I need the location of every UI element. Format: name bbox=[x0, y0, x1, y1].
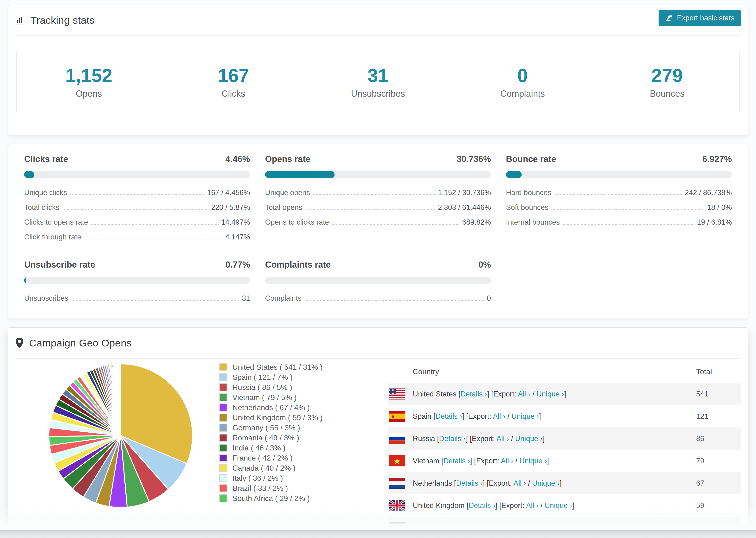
stat-cell-complaints: 0Complaints bbox=[450, 51, 595, 113]
export-all-link[interactable]: All › bbox=[518, 390, 530, 398]
dotted-leader bbox=[72, 300, 239, 301]
table-row: Spain [Details ›] [Export: All › / Uniqu… bbox=[388, 405, 741, 427]
dotted-leader bbox=[306, 209, 435, 210]
clicks-rate-title: Clicks rate bbox=[24, 154, 68, 164]
export-unique-link[interactable]: Unique › bbox=[532, 479, 560, 487]
country-cell: Netherlands [Details ›] [Export: All › /… bbox=[413, 479, 696, 488]
rate-detail-label: Total clicks bbox=[24, 203, 59, 212]
campaign-geo-opens-card: Campaign Geo Opens United States ( 541 /… bbox=[8, 327, 748, 528]
legend-swatch-icon bbox=[219, 404, 227, 411]
legend-swatch-icon bbox=[219, 413, 227, 422]
country-name: United States bbox=[413, 390, 459, 398]
clicks-rate-progress-bar bbox=[24, 171, 250, 178]
rate-detail-row: Complaints0 bbox=[265, 294, 491, 302]
country-name: United Kingdom bbox=[413, 501, 466, 510]
details-link[interactable]: Details › bbox=[460, 390, 487, 398]
rate-detail-row: Unique opens1,152 / 30.736% bbox=[265, 188, 491, 197]
country-name: Vietnam bbox=[413, 457, 441, 465]
dotted-leader bbox=[332, 224, 459, 225]
rate-detail-value: 167 / 4.456% bbox=[207, 188, 250, 197]
campaign-geo-opens-title: Campaign Geo Opens bbox=[29, 337, 132, 349]
details-link[interactable]: Details › bbox=[439, 435, 466, 443]
legend-item: Brazil ( 33 / 2% ) bbox=[219, 484, 323, 492]
total-cell: 55 bbox=[696, 524, 741, 528]
legend-swatch-icon bbox=[219, 494, 227, 502]
total-cell: 79 bbox=[696, 457, 741, 465]
rate-detail-value: 1,152 / 30.736% bbox=[438, 188, 491, 197]
details-link[interactable]: Details › bbox=[469, 501, 495, 510]
legend-item: United States ( 541 / 31% ) bbox=[219, 363, 323, 371]
country-cell: Vietnam [Details ›] [Export: All › / Uni… bbox=[413, 457, 696, 465]
details-link[interactable]: Details › bbox=[456, 479, 483, 487]
country-cell: United States [Details ›] [Export: All ›… bbox=[413, 390, 696, 398]
clicks-rate-percent: 4.46% bbox=[225, 154, 250, 164]
rate-detail-label: Total opens bbox=[265, 203, 302, 212]
dotted-leader bbox=[305, 300, 484, 301]
geo-opens-table: Country Total United States [Details ›] … bbox=[388, 360, 741, 528]
complaints-rate-block: Complaints rate0%Complaints0 bbox=[265, 260, 491, 309]
stat-value: 167 bbox=[218, 65, 249, 86]
nl-flag-icon bbox=[389, 478, 405, 489]
total-cell: 121 bbox=[696, 412, 741, 421]
export-unique-link[interactable]: Unique › bbox=[512, 412, 539, 420]
country-cell: Spain [Details ›] [Export: All › / Uniqu… bbox=[413, 412, 696, 421]
bounce-rate-block: Bounce rate6.927%Hard bounces242 / 86.73… bbox=[506, 154, 732, 248]
legend-swatch-icon bbox=[219, 444, 227, 452]
complaints-rate-progress-bar bbox=[265, 277, 491, 284]
export-all-link[interactable]: All › bbox=[501, 457, 513, 465]
details-link[interactable]: Details › bbox=[436, 412, 462, 420]
stat-cell-bounces: 279Bounces bbox=[595, 51, 739, 113]
rate-detail-label: Clicks to opens rate bbox=[24, 218, 88, 227]
bounce-rate-progress-fill bbox=[506, 171, 522, 178]
rate-detail-value: 4.147% bbox=[225, 233, 250, 241]
export-all-link[interactable]: All › bbox=[526, 501, 538, 510]
bar-chart-icon bbox=[15, 15, 26, 26]
rates-card: Clicks rate4.46%Unique clicks167 / 4.456… bbox=[8, 144, 748, 319]
legend-label: Spain ( 121 / 7% ) bbox=[233, 373, 293, 382]
legend-label: Russia ( 86 / 5% ) bbox=[233, 383, 292, 392]
legend-swatch-icon bbox=[219, 363, 227, 371]
rate-detail-row: Opens to clicks rate689.82% bbox=[265, 218, 491, 227]
total-cell: 67 bbox=[696, 479, 741, 488]
opens-rate-block: Opens rate30.736%Unique opens1,152 / 30.… bbox=[265, 154, 491, 248]
details-link[interactable]: Details › bbox=[447, 524, 473, 528]
legend-item: France ( 42 / 2% ) bbox=[219, 454, 323, 462]
geo-table-header: Country Total bbox=[388, 360, 741, 383]
export-icon bbox=[665, 14, 673, 22]
export-unique-link[interactable]: Unique › bbox=[545, 501, 572, 510]
rate-detail-label: Soft bounces bbox=[506, 203, 549, 212]
export-basic-stats-button[interactable]: Export basic stats bbox=[659, 10, 741, 26]
rate-detail-value: 0 bbox=[487, 294, 491, 302]
stat-value: 31 bbox=[368, 65, 389, 86]
export-unique-link[interactable]: Unique › bbox=[536, 390, 564, 398]
export-unique-link[interactable]: Unique › bbox=[519, 457, 547, 465]
legend-item: India ( 46 / 3% ) bbox=[219, 444, 323, 452]
country-name: Netherlands bbox=[413, 479, 454, 487]
stat-label: Unsubscribes bbox=[351, 89, 405, 99]
tracking-stats-card: Tracking stats Export basic stats 1,152O… bbox=[8, 5, 748, 135]
export-all-link[interactable]: All › bbox=[497, 435, 509, 443]
us-flag-icon bbox=[389, 389, 405, 400]
ru-flag-icon bbox=[389, 433, 405, 444]
stat-cell-opens: 1,152Opens bbox=[17, 51, 161, 113]
export-all-link[interactable]: All › bbox=[493, 412, 505, 420]
bottom-scroll-band bbox=[0, 530, 756, 538]
country-cell: Russia [Details ›] [Export: All › / Uniq… bbox=[413, 435, 696, 443]
export-unique-link[interactable]: Unique › bbox=[523, 524, 550, 528]
bounce-rate-progress-bar bbox=[506, 171, 732, 178]
dotted-leader bbox=[563, 224, 694, 225]
legend-item: Italy ( 36 / 2% ) bbox=[219, 474, 323, 482]
legend-item: Canada ( 40 / 2% ) bbox=[219, 464, 323, 472]
campaign-geo-opens-header: Campaign Geo Opens bbox=[15, 328, 741, 359]
legend-label: Canada ( 40 / 2% ) bbox=[233, 464, 296, 472]
export-unique-link[interactable]: Unique › bbox=[515, 435, 543, 443]
legend-swatch-icon bbox=[219, 434, 227, 442]
legend-label: Romania ( 49 / 3% ) bbox=[233, 434, 299, 442]
details-link[interactable]: Details › bbox=[443, 457, 470, 465]
export-all-link[interactable]: All › bbox=[513, 479, 526, 487]
unsubscribe-rate-block: Unsubscribe rate0.77%Unsubscribes31 bbox=[24, 260, 250, 309]
rate-detail-label: Click through rate bbox=[24, 233, 81, 241]
legend-swatch-icon bbox=[219, 373, 227, 381]
legend-swatch-icon bbox=[219, 464, 227, 472]
export-all-link[interactable]: All › bbox=[504, 524, 516, 528]
